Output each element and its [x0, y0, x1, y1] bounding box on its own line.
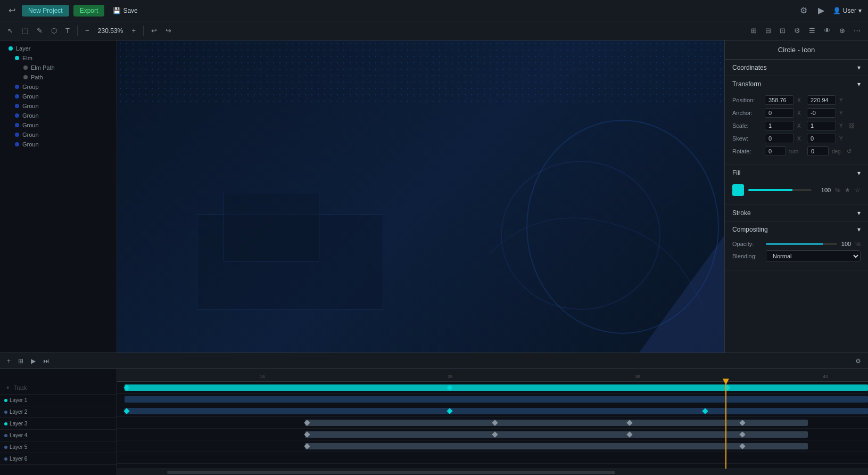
ruler-4s: 4s: [823, 374, 828, 379]
sidebar-item-group4[interactable]: Groun: [4, 111, 112, 120]
track5-bar1[interactable]: [305, 431, 808, 438]
anchor-row: Anchor: X Y: [732, 108, 861, 118]
group4-dot-icon: [15, 113, 19, 118]
sidebar-item-path[interactable]: Path: [4, 72, 112, 82]
export-button[interactable]: Export: [73, 5, 105, 17]
toolbar-right: ⊞ ⊟ ⊡ ⚙ ☰ 👁 ⊕ ⋯: [748, 24, 864, 37]
timeline-add-layer-button[interactable]: +: [4, 384, 12, 391]
align-button[interactable]: ⊡: [776, 24, 789, 37]
sidebar-item-group1[interactable]: Group: [4, 82, 112, 92]
fill-opacity-slider[interactable]: [748, 189, 812, 191]
track2-bar[interactable]: [125, 396, 868, 403]
shape-tool-button[interactable]: ⬡: [48, 24, 60, 37]
timeline-tracks-area: 1s 2s 3s 4s: [117, 369, 868, 475]
skew-y-input[interactable]: [807, 134, 836, 143]
sidebar-item-group2[interactable]: Groun: [4, 92, 112, 101]
select-tool-button[interactable]: ↖: [4, 24, 16, 37]
group1-dot-icon: [15, 85, 19, 89]
timeline-controls: + ⊞ ▶ ⏭: [4, 356, 52, 366]
scale-link-icon[interactable]: ⛓: [849, 122, 855, 129]
more-button[interactable]: ⋯: [850, 24, 864, 37]
rotate-reset-icon[interactable]: ↺: [847, 148, 852, 155]
rect-tool-button[interactable]: ⬚: [19, 24, 31, 37]
track4-bar1[interactable]: [305, 420, 808, 426]
sidebar-item-layer1[interactable]: Layer: [4, 44, 112, 53]
rotate-val1-input[interactable]: [765, 146, 786, 156]
view-button[interactable]: ☰: [806, 24, 819, 37]
path-dot-icon: [23, 75, 28, 79]
sidebar-item-elmpath[interactable]: Elm Path: [4, 63, 112, 72]
zoom-out-button[interactable]: −: [82, 24, 93, 37]
stroke-section-header[interactable]: Stroke: [725, 205, 868, 221]
undo-toolbar-button[interactable]: ↩: [148, 24, 160, 37]
track-label-6: Layer 6: [0, 453, 117, 465]
track6-bar1[interactable]: [305, 443, 808, 449]
track3-bar[interactable]: [125, 408, 868, 414]
fill-section: Fill 100 % ★ ☆: [725, 165, 868, 205]
scene-chair: [501, 161, 660, 310]
snap-button[interactable]: ⊞: [748, 24, 760, 37]
lock-button[interactable]: ⊕: [836, 24, 848, 37]
new-project-button[interactable]: New Project: [22, 5, 69, 17]
settings-tool-button[interactable]: ⚙: [791, 24, 804, 37]
scale-x-input[interactable]: [765, 121, 794, 130]
right-panel: Circle - Icon Coordinates Transform Posi…: [724, 40, 868, 353]
sidebar-item-elm1[interactable]: Elm: [4, 53, 112, 63]
timeline-settings-button[interactable]: ⚙: [853, 356, 864, 366]
opacity-slider[interactable]: [766, 243, 837, 245]
canvas-area[interactable]: [117, 40, 724, 353]
transform-section-header[interactable]: Transform: [725, 76, 868, 92]
compositing-section-content: Opacity: 100 % Blending: Normal Multiply…: [725, 238, 868, 271]
sidebar-item-group7[interactable]: Groun: [4, 140, 112, 149]
timeline-playhead[interactable]: [725, 382, 726, 469]
track-label-3: Layer 3: [0, 418, 117, 430]
grid-button[interactable]: ⊟: [762, 24, 774, 37]
sidebar-section: Layer Elm Elm Path Path Group Groun: [0, 40, 117, 152]
fill-star-icon[interactable]: ★: [845, 186, 850, 194]
play-button[interactable]: ▶: [816, 3, 826, 18]
skew-row: Skew: X Y: [732, 134, 861, 143]
zoom-display: 230.53%: [95, 27, 127, 35]
user-button[interactable]: 👤 User ▾: [833, 7, 862, 14]
user-chevron-icon: ▾: [858, 7, 862, 14]
timeline-play-button[interactable]: ▶: [28, 356, 38, 366]
track1-bar[interactable]: [125, 384, 868, 391]
track4-dot: [4, 434, 7, 437]
pen-tool-button[interactable]: ✎: [34, 24, 46, 37]
ruler-1s: 1s: [260, 374, 265, 379]
fill-color-swatch[interactable]: [732, 184, 744, 196]
settings-button[interactable]: ⚙: [798, 3, 809, 18]
rotate-val2-input[interactable]: [807, 146, 829, 156]
anchor-y-input[interactable]: [807, 108, 836, 118]
toolbar-divider-2: [143, 26, 144, 36]
fill-row: 100 % ★ ☆: [732, 184, 861, 196]
timeline-grid-button[interactable]: ⊞: [15, 356, 26, 366]
redo-toolbar-button[interactable]: ↪: [162, 24, 175, 37]
text-tool-button[interactable]: T: [62, 24, 73, 37]
fill-star2-icon[interactable]: ☆: [855, 186, 861, 194]
skew-x-input[interactable]: [765, 134, 794, 143]
sidebar-item-group3[interactable]: Groun: [4, 101, 112, 111]
sidebar-item-group6[interactable]: Groun: [4, 130, 112, 140]
anchor-x-input[interactable]: [765, 108, 794, 118]
zoom-in-button[interactable]: +: [129, 24, 139, 37]
blending-select[interactable]: Normal Multiply Screen Overlay Darken Li…: [766, 250, 861, 262]
fill-section-header[interactable]: Fill: [725, 165, 868, 181]
scale-y-input[interactable]: [807, 121, 836, 130]
sidebar-item-group5[interactable]: Groun: [4, 120, 112, 130]
position-x-input[interactable]: [765, 95, 794, 105]
timeline-skip-button[interactable]: ⏭: [40, 356, 52, 366]
fill-chevron-icon: [857, 169, 861, 177]
coordinates-section-header[interactable]: Coordinates: [725, 60, 868, 76]
track-label-4: Layer 4: [0, 430, 117, 441]
compositing-section-header[interactable]: Compositing: [725, 222, 868, 238]
scrollbar-thumb[interactable]: [167, 471, 615, 474]
eye-button[interactable]: 👁: [821, 24, 834, 37]
position-y-input[interactable]: [807, 95, 836, 105]
top-bar: ↩ New Project Export 💾 Save ⚙ ▶ 👤 User ▾: [0, 0, 868, 21]
save-button[interactable]: 💾 Save: [109, 5, 142, 17]
timeline-add-button[interactable]: +: [4, 356, 13, 366]
position-row: Position: X Y: [732, 95, 861, 105]
track6-dot: [4, 457, 7, 461]
undo-icon[interactable]: ↩: [6, 3, 18, 18]
